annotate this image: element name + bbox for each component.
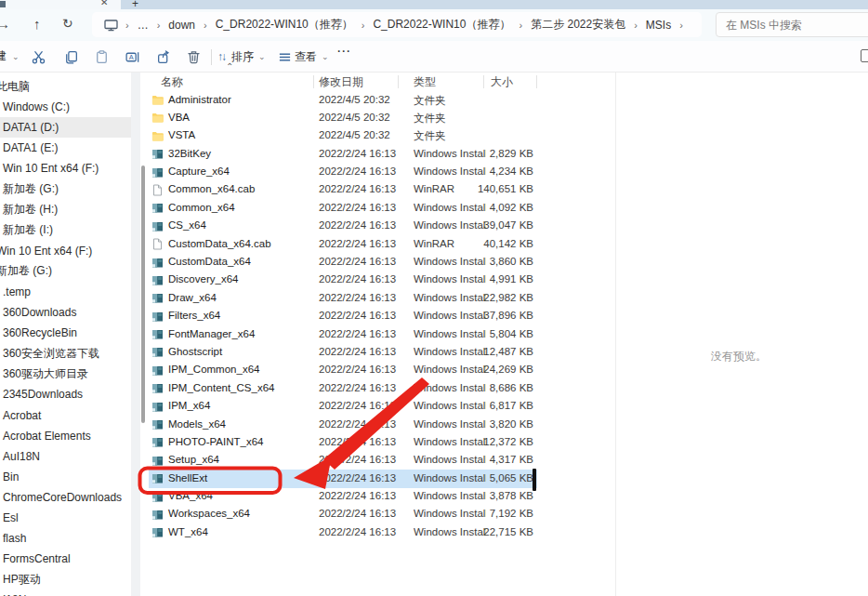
up-icon[interactable]: ↑ <box>33 16 41 32</box>
forward-icon[interactable]: → <box>0 16 10 32</box>
sidebar-item-label: 此电脑 <box>0 79 30 95</box>
table-row[interactable]: Common_x64.cab2022/2/24 16:13WinRAR140,6… <box>149 181 537 199</box>
view-button[interactable]: 查看 ⌄ <box>278 45 329 69</box>
sidebar-item[interactable]: 360安全浏览器下载 <box>0 343 131 364</box>
breadcrumb-item[interactable]: down <box>166 17 197 33</box>
breadcrumb-item[interactable]: C_DR2022-WIN10（推荐） <box>371 15 512 34</box>
table-row[interactable]: PHOTO-PAINT_x642022/2/24 16:13Windows In… <box>149 433 537 451</box>
sidebar-item[interactable]: HP驱动 <box>0 569 131 589</box>
file-name: CustomData_x64 <box>168 256 251 267</box>
sidebar-item[interactable]: 360Downloads <box>0 302 131 323</box>
rename-button[interactable]: A <box>121 45 143 69</box>
sidebar-item[interactable]: 360RecycleBin <box>0 323 131 343</box>
table-row[interactable]: IPM_Content_CS_x642022/2/24 16:13Windows… <box>149 379 537 397</box>
refresh-icon[interactable]: ↻ <box>62 16 73 31</box>
sidebar-item[interactable]: Win 10 Ent x64 (F:) <box>0 241 131 261</box>
tab-close-icon[interactable]: ✕ <box>100 0 108 7</box>
table-row[interactable]: Setup_x642022/2/24 16:13Windows Install.… <box>149 452 537 470</box>
sidebar-item[interactable]: FormsCentral <box>0 549 131 569</box>
more-options-button[interactable]: ⋯ <box>336 43 351 60</box>
copy-icon <box>63 49 79 65</box>
sidebar-item[interactable]: DATA1 (D:) <box>0 117 131 138</box>
table-row[interactable]: IPM_Common_x642022/2/24 16:13Windows Ins… <box>149 362 537 379</box>
table-row[interactable]: Capture_x642022/2/24 16:13Windows Instal… <box>149 164 537 181</box>
table-row[interactable]: CS_x642022/2/24 16:13Windows Install...3… <box>149 218 537 235</box>
preview-pane-divider[interactable] <box>615 73 616 596</box>
column-divider[interactable] <box>313 75 314 88</box>
sidebar-item[interactable]: Win 10 Ent x64 (F:) <box>0 158 131 179</box>
sidebar-item[interactable]: 新加卷 (G:) <box>0 179 131 199</box>
table-row[interactable]: ShellExt2022/2/24 16:13Windows Install..… <box>149 470 537 487</box>
search-input[interactable] <box>716 12 868 37</box>
msi-icon <box>151 491 164 503</box>
file-name: VSTA <box>168 129 195 140</box>
sidebar-item[interactable]: 新加卷 (I:) <box>0 220 131 241</box>
sidebar-item[interactable]: flash <box>0 528 131 549</box>
breadcrumb-item[interactable]: … <box>136 17 151 33</box>
table-row[interactable]: 32BitKey2022/2/24 16:13Windows Install..… <box>149 145 537 163</box>
column-divider[interactable] <box>483 75 484 88</box>
sidebar-item[interactable]: Windows (C:) <box>0 97 131 117</box>
new-button[interactable]: 建⌄ <box>0 48 20 64</box>
file-size: 40,142 KB <box>452 238 533 249</box>
preview-pane-icon[interactable] <box>861 49 868 62</box>
file-date: 2022/2/24 16:13 <box>319 418 396 430</box>
table-row[interactable]: IPM_x642022/2/24 16:13Windows Install...… <box>149 398 537 416</box>
sidebar-item[interactable]: I18N <box>0 589 131 596</box>
table-row[interactable]: Administrator2022/4/5 20:32文件夹 <box>149 91 537 109</box>
breadcrumb-item[interactable]: 第二步 2022安装包 <box>529 15 627 34</box>
table-row[interactable]: CustomData_x64.cab2022/2/24 16:13WinRAR4… <box>149 235 537 253</box>
file-name: Common_x64 <box>168 202 235 213</box>
sidebar-item[interactable]: 新加卷 (H:) <box>0 200 131 220</box>
sidebar-item[interactable]: .temp <box>0 282 131 302</box>
table-row[interactable]: WT_x642022/2/24 16:13Windows Install...2… <box>149 523 537 541</box>
sidebar-item[interactable]: 2345Downloads <box>0 384 131 404</box>
breadcrumb-item[interactable]: MSIs <box>644 17 673 33</box>
sort-button[interactable]: ↑↓ 排序 ⌄ <box>217 45 266 69</box>
table-row[interactable]: Draw_x642022/2/24 16:13Windows Install..… <box>149 289 537 307</box>
table-row[interactable]: Workspaces_x642022/2/24 16:13Windows Ins… <box>149 506 537 523</box>
sidebar-scrollbar[interactable] <box>141 166 145 423</box>
header-name[interactable]: 名称 <box>161 74 183 90</box>
table-row[interactable]: VSTA2022/4/5 20:32文件夹 <box>149 127 537 145</box>
table-row[interactable]: Filters_x642022/2/24 16:13Windows Instal… <box>149 308 537 325</box>
header-type[interactable]: 类型 <box>414 74 436 90</box>
sidebar-item[interactable]: Esl <box>0 508 131 528</box>
copy-button[interactable] <box>59 45 82 69</box>
table-row[interactable]: Common_x642022/2/24 16:13Windows Install… <box>149 199 537 217</box>
share-button[interactable] <box>152 45 175 69</box>
table-row[interactable]: Discovery_x642022/2/24 16:13Windows Inst… <box>149 272 537 289</box>
sidebar-item[interactable]: 此电脑 <box>0 76 131 97</box>
file-name: Workspaces_x64 <box>168 508 250 519</box>
active-tab[interactable]: ✕ <box>0 0 121 9</box>
column-divider[interactable] <box>398 75 399 88</box>
cut-button[interactable] <box>27 45 49 69</box>
file-size: 7,192 KB <box>452 508 533 519</box>
sidebar-item[interactable]: 新加卷 (G:) <box>0 261 131 282</box>
sidebar-item-label: FormsCentral <box>0 552 71 565</box>
breadcrumb-item[interactable]: C_DR2022-WIN10（推荐） <box>214 15 355 34</box>
table-row[interactable]: Models_x642022/2/24 16:13Windows Install… <box>149 416 537 433</box>
paste-button[interactable] <box>90 45 112 69</box>
sidebar-item-label: Acrobat <box>0 409 41 422</box>
sidebar-item[interactable]: DATA1 (E:) <box>0 138 131 158</box>
delete-button[interactable] <box>182 45 204 69</box>
sidebar-item[interactable]: Bin <box>0 467 131 487</box>
header-date[interactable]: 修改日期 <box>319 74 363 90</box>
column-divider[interactable] <box>536 75 537 88</box>
table-row[interactable]: CustomData_x642022/2/24 16:13Windows Ins… <box>149 254 537 272</box>
table-row[interactable]: VBA_x642022/2/24 16:13Windows Install...… <box>149 488 537 506</box>
header-size[interactable]: 大小 <box>491 74 513 90</box>
file-size: 8,686 KB <box>452 382 533 393</box>
sidebar-item[interactable]: 360驱动大师目录 <box>0 364 131 384</box>
this-pc-icon[interactable] <box>103 18 119 33</box>
sidebar-item[interactable]: Acrobat <box>0 405 131 426</box>
sidebar-item[interactable]: Acrobat Elements <box>0 426 131 446</box>
sidebar-item[interactable]: AuI18N <box>0 446 131 467</box>
sidebar-item[interactable]: ChromeCoreDownloads <box>0 487 131 508</box>
table-row[interactable]: VBA2022/4/5 20:32文件夹 <box>149 109 537 126</box>
file-date: 2022/2/24 16:13 <box>319 436 396 447</box>
file-date: 2022/2/24 16:13 <box>319 328 396 339</box>
table-row[interactable]: FontManager_x642022/2/24 16:13Windows In… <box>149 325 537 343</box>
table-row[interactable]: Ghostscript2022/2/24 16:13Windows Instal… <box>149 343 537 361</box>
